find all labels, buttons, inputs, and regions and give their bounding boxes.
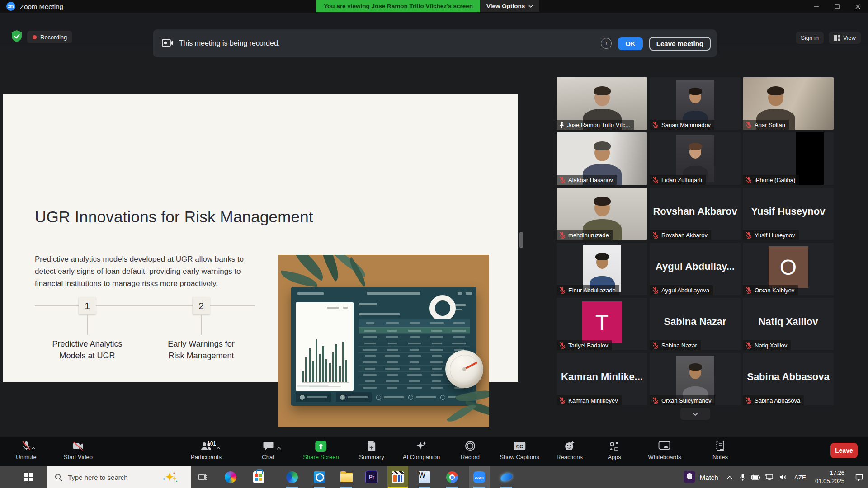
taskbar-search[interactable] bbox=[47, 466, 191, 488]
taskbar-app-store[interactable] bbox=[248, 466, 269, 488]
security-shield-icon[interactable] bbox=[11, 30, 23, 42]
participant-tile-18[interactable]: Sabina AbbasovaSabina Abbasova bbox=[743, 353, 834, 405]
participant-tile-17[interactable]: Orxan Suleymanov bbox=[650, 353, 741, 405]
participant-nametag: Orxan Suleymanov bbox=[650, 395, 715, 405]
participant-tile-3[interactable]: Anar Soltan bbox=[743, 77, 834, 130]
tray-clock[interactable]: 17:26 01.05.2025 bbox=[815, 469, 844, 485]
zoom-meeting-window: zm Zoom Meeting You are viewing Jose Ram… bbox=[0, 0, 868, 488]
recording-indicator[interactable]: Recording bbox=[27, 31, 72, 43]
info-icon[interactable]: i bbox=[601, 38, 612, 49]
close-button[interactable] bbox=[847, 0, 868, 13]
toolbar-ai-companion-button[interactable]: AI Companion bbox=[403, 440, 440, 460]
reactions-icon bbox=[564, 440, 576, 452]
toolbar-whiteboards-button[interactable]: Whiteboards bbox=[648, 440, 681, 460]
toolbar-apps-button[interactable]: Apps bbox=[608, 440, 621, 460]
tray-battery-icon[interactable] bbox=[749, 474, 763, 480]
view-button[interactable]: View bbox=[829, 32, 861, 44]
file-explorer-icon bbox=[340, 473, 353, 482]
mini-bar bbox=[342, 342, 344, 382]
toolbar-reactions-button[interactable]: Reactions bbox=[557, 440, 583, 460]
taskbar-app-premiere[interactable]: Pr bbox=[361, 466, 382, 488]
viewing-screen-label: You are viewing Jose Ramon Trillo Vílche… bbox=[316, 0, 480, 12]
news-widget[interactable]: Match bbox=[679, 471, 723, 483]
participant-tile-1[interactable]: Jose Ramon Trillo Vílc... bbox=[557, 77, 647, 130]
taskbar-app-klite[interactable] bbox=[387, 466, 408, 488]
participant-tile-2[interactable]: Sanan Mammadov bbox=[650, 77, 741, 130]
gallery-view-icon bbox=[834, 35, 840, 41]
participant-tile-4[interactable]: Alakbar Hasanov bbox=[557, 132, 647, 185]
slide-title: UGR Innovations for Risk Management bbox=[35, 208, 313, 226]
chevron-up-icon[interactable] bbox=[31, 443, 36, 451]
toolbar-label: Start Video bbox=[64, 454, 93, 460]
taskbar-app-copilot[interactable] bbox=[220, 466, 241, 488]
toolbar-participants-button[interactable]: 101Participants bbox=[191, 440, 222, 460]
participant-tile-7[interactable]: mehdinuruzade bbox=[557, 188, 647, 240]
taskbar-app-edge[interactable] bbox=[282, 466, 302, 488]
copilot-sparkle-icon bbox=[163, 472, 178, 483]
muted-mic-icon bbox=[559, 176, 566, 183]
toolbar-unmute-button[interactable]: Unmute bbox=[16, 440, 37, 460]
muted-mic-icon bbox=[745, 342, 752, 349]
shared-screen-scrollbar[interactable] bbox=[519, 232, 523, 248]
notification-center-icon[interactable] bbox=[850, 474, 868, 481]
chevron-up-icon[interactable] bbox=[277, 443, 281, 451]
taskbar-app-outlook[interactable] bbox=[309, 466, 330, 488]
start-button[interactable] bbox=[24, 473, 41, 481]
minimize-button[interactable] bbox=[806, 0, 826, 13]
ok-button[interactable]: OK bbox=[618, 37, 643, 50]
sign-in-button[interactable]: Sign in bbox=[796, 32, 824, 44]
toolbar-label: AI Companion bbox=[403, 454, 440, 460]
participant-tile-13[interactable]: TTariyel Badalov bbox=[557, 298, 647, 350]
muted-mic-icon bbox=[745, 176, 752, 183]
participant-name: Anar Soltan bbox=[755, 122, 785, 128]
toolbar-show-captions-button[interactable]: CCShow Captions bbox=[500, 440, 539, 460]
gallery-collapse-button[interactable] bbox=[680, 408, 710, 420]
participant-tile-12[interactable]: OOrxan Kalbiyev bbox=[743, 243, 834, 295]
participant-tile-14[interactable]: Sabina NazarSabina Nazar bbox=[650, 298, 741, 350]
tray-microphone-icon[interactable] bbox=[736, 474, 749, 481]
toolbar-record-button[interactable]: Record bbox=[461, 440, 480, 460]
participant-tile-8[interactable]: Rovshan AkbarovRovshan Akbarov bbox=[650, 188, 741, 240]
mini-bar bbox=[312, 361, 314, 382]
participant-nametag: Natiq Xalilov bbox=[743, 340, 791, 350]
toolbar-start-video-button[interactable]: Start Video bbox=[64, 440, 93, 460]
toolbar-chat-button[interactable]: Chat bbox=[261, 440, 275, 460]
participant-name: Elnur Abdullazade bbox=[568, 287, 616, 294]
taskbar-app-file-explorer[interactable] bbox=[336, 466, 357, 488]
zoom-app-icon: zoom bbox=[473, 471, 485, 483]
search-input[interactable] bbox=[67, 473, 150, 482]
toolbar-notes-button[interactable]: Notes bbox=[712, 440, 728, 460]
meeting-header: Recording This meeting is being recorded… bbox=[0, 13, 868, 45]
participant-tile-9[interactable]: Yusif HuseynovYusif Huseynov bbox=[743, 188, 834, 240]
tray-expand-chevron[interactable] bbox=[723, 476, 736, 479]
view-options-button[interactable]: View Options bbox=[480, 0, 539, 12]
tray-network-icon[interactable] bbox=[763, 474, 776, 480]
participant-tile-5[interactable]: Fidan Zulfugarli bbox=[650, 132, 741, 185]
tray-language[interactable]: AZE bbox=[794, 474, 806, 481]
photos-icon bbox=[500, 472, 513, 482]
chevron-up-icon[interactable] bbox=[79, 443, 84, 451]
participant-tile-10[interactable]: Elnur Abdullazade bbox=[557, 243, 647, 295]
taskbar-app-zoom-app[interactable]: zoom bbox=[469, 466, 490, 488]
leave-meeting-button[interactable]: Leave meeting bbox=[649, 37, 711, 51]
taskbar-app-task-view[interactable] bbox=[193, 466, 213, 488]
participant-tile-16[interactable]: Kamran Minlike...Kamran Minlikeyev bbox=[557, 353, 647, 405]
whiteboard-icon bbox=[658, 440, 671, 452]
chevron-up-icon[interactable] bbox=[216, 443, 221, 451]
participant-tile-6[interactable]: iPhone (Galiba) bbox=[743, 132, 834, 185]
taskbar-app-chrome[interactable] bbox=[442, 466, 462, 488]
tray-volume-icon[interactable] bbox=[776, 474, 791, 480]
participant-nametag: Jose Ramon Trillo Vílc... bbox=[557, 120, 634, 130]
leave-button[interactable]: Leave bbox=[830, 443, 858, 458]
chevron-up-icon[interactable] bbox=[515, 443, 519, 451]
toolbar-share-screen-button[interactable]: Share Screen bbox=[303, 440, 339, 460]
participant-tile-11[interactable]: Aygul Abdullay...Aygul Abdullayeva bbox=[650, 243, 741, 295]
muted-mic-icon bbox=[652, 286, 659, 294]
taskbar-app-word[interactable]: W bbox=[414, 466, 435, 488]
muted-mic-icon bbox=[745, 231, 752, 239]
maximize-button[interactable] bbox=[826, 0, 847, 13]
taskbar-app-photos[interactable] bbox=[496, 466, 517, 488]
toolbar-summary-button[interactable]: Summary bbox=[359, 440, 384, 460]
participant-nametag: Alakbar Hasanov bbox=[557, 175, 617, 185]
participant-tile-15[interactable]: Natiq XalilovNatiq Xalilov bbox=[743, 298, 834, 350]
